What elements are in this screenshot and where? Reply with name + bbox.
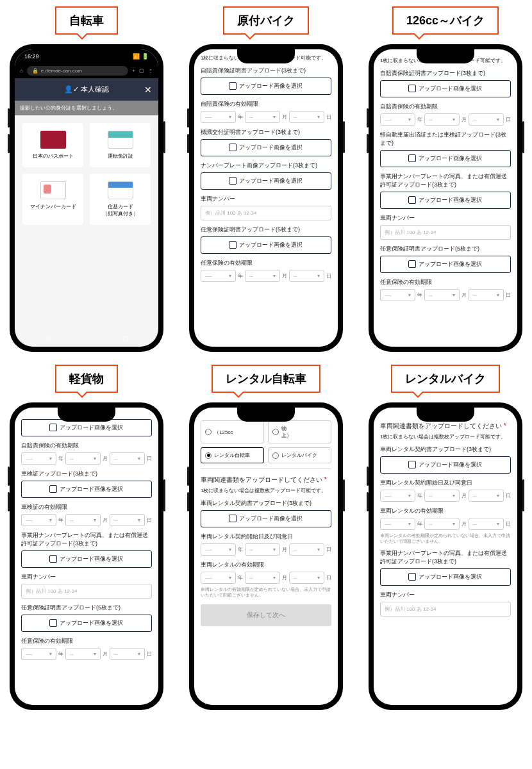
upload-icon [230,242,237,249]
upload-icon [410,197,416,204]
upload-button[interactable]: アップロード画像を選択 [21,615,152,632]
field-label: 任意保険の有効期限 [380,278,511,286]
field-label: 車両ナンバー [21,573,152,581]
field-label: ナンバープレート画像アップロード(3枚まで) [201,161,331,170]
helper-text: 車両レンタルの有効期限が定められていない場合、未入力で申請いただいて問題ございま… [380,533,511,544]
info-bar: 撮影したい公的身分証を選択しましょう。 [15,101,158,115]
field-label: 車両レンタルの有効期限 [380,507,511,515]
upload-button[interactable]: アップロード画像を選択 [380,192,511,209]
field-label: 車両ナンバー [201,195,331,203]
field-label: 車両ナンバー [380,214,511,222]
id-option-mynumber[interactable]: マイナンバーカード [22,174,83,225]
upload-icon [410,574,416,581]
field-label: 事業用ナンバープレートの写真、または有償運送許可証アップロード(3枚まで) [21,531,152,548]
date-picker[interactable]: ----▾年--▾月--▾日 [201,111,331,123]
field-label: 車両レンタル契約書アップロード(3枚まで) [380,445,511,454]
date-picker[interactable]: ----▾年--▾月--▾日 [380,490,511,502]
phone-frame: 1枚に収まらない場合は複数枚アップロード可能です。 自賠責保険証明書アップロード… [369,44,522,352]
section-title: 車両関連書類をアップロードしてください * [201,475,331,484]
upload-button[interactable]: アップロード画像を選択 [380,256,511,273]
upload-button[interactable]: アップロード画像を選択 [201,236,331,254]
close-icon[interactable]: ✕ [144,85,152,95]
field-label: 事業用ナンバープレートの写真、または有償運送許可証アップロード(3枚まで) [380,549,511,566]
date-picker[interactable]: ----▾年--▾月--▾日 [201,543,331,556]
save-next-button[interactable]: 保存して次へ [201,604,331,626]
upload-button[interactable]: アップロード画像を選択 [21,481,152,498]
vehicle-number-input[interactable]: 例）品川 100 あ 12-34 [380,602,511,616]
phone-frame: （125cc 物 上） レンタル自転車 レンタルバイク 車両関連書類をアップロー… [189,402,343,710]
field-label: 事業用ナンバープレートの写真、または有償運送許可証アップロード(3枚まで) [380,172,511,189]
upload-note: 1枚に収まらない場合は複数枚アップロード可能です。 [201,487,331,494]
upload-icon [410,261,416,268]
date-picker[interactable]: ----▾年--▾月--▾日 [380,113,511,126]
date-picker[interactable]: ----▾年--▾月--▾日 [380,289,511,301]
upload-button[interactable]: アップロード画像を選択 [380,568,511,586]
id-option-passport[interactable]: 日本のパスポート [22,123,83,167]
field-label: 車検証アップロード(3枚まで) [21,470,152,478]
date-picker[interactable]: ----▾年--▾月--▾日 [21,452,152,465]
upload-button[interactable]: アップロード画像を選択 [201,172,331,190]
phone-frame: アップロード画像を選択 自賠責保険の有効期限 ----▾年--▾月--▾日 車検… [10,402,163,710]
field-label: 車両レンタルの有効期限 [201,561,331,569]
upload-note: 1枚に収まらない場合は複数枚アップロード可能です。 [380,433,511,440]
upload-button[interactable]: アップロード画像を選択 [201,510,331,527]
date-picker[interactable]: ----▾年--▾月--▾日 [201,270,331,282]
upload-icon [410,86,416,92]
radio-rental-bicycle[interactable]: レンタル自転車 [201,447,264,463]
section-title: 車両関連書類をアップロードしてください * [380,422,511,431]
category-label: レンタルバイク [391,365,500,393]
id-option-license[interactable]: 運転免許証 [90,123,151,167]
upload-icon [230,83,237,90]
field-label: 車両レンタル契約書アップロード(3枚まで) [201,499,331,508]
upload-icon [230,145,237,151]
upload-icon [51,486,57,493]
browser-bar: ⌂ 🔒e.demae-can.com + ▢ ⋮ [15,63,158,78]
upload-button[interactable]: アップロード画像を選択 [380,456,511,474]
field-label: 標識交付証明書アップロード(3枚まで) [201,128,331,136]
upload-button[interactable]: アップロード画像を選択 [201,78,331,95]
date-picker[interactable]: ----▾年--▾月--▾日 [21,648,152,660]
field-label: 車検証の有効期限 [21,503,152,511]
upload-icon [51,425,57,431]
upload-icon [230,516,237,522]
field-label: 任意保険証明書アップロード(5枚まで) [201,226,331,234]
date-picker[interactable]: ----▾年--▾月--▾日 [201,572,331,584]
radio-other[interactable]: 物 上） [268,420,331,443]
helper-text: 車両レンタルの有効期限が定められていない場合、未入力で申請いただいて問題ございま… [201,586,331,598]
category-label: レンタル自転車 [212,365,320,393]
vehicle-number-input[interactable]: 例）品川 100 あ 12-34 [201,206,331,220]
category-label: 126cc～バイク [392,6,499,35]
field-label: 任意保険の有効期限 [21,637,152,645]
upload-button[interactable]: アップロード画像を選択 [21,550,152,568]
page-header: 👤✓ 本人確認 ✕ [15,78,158,101]
field-label: 車両ナンバー [380,591,511,599]
field-label: 任意保険証明書アップロード(5枚まで) [21,604,152,612]
field-label: 自賠責保険証明書アップロード(3枚まで) [380,69,511,78]
date-picker[interactable]: ----▾年--▾月--▾日 [21,514,152,526]
date-picker[interactable]: ----▾年--▾月--▾日 [380,518,511,530]
category-label: 軽貨物 [55,365,118,393]
vehicle-number-input[interactable]: 例）品川 100 あ 12-34 [21,584,152,599]
upload-icon [410,156,416,162]
vehicle-number-input[interactable]: 例）品川 100 あ 12-34 [380,225,511,240]
url-bar[interactable]: 🔒e.demae-can.com [27,66,128,76]
radio-rental-motorbike[interactable]: レンタルバイク [268,447,331,463]
upload-button[interactable]: アップロード画像を選択 [380,80,511,97]
tabs-icon[interactable]: ▢ [139,68,144,74]
upload-button[interactable]: アップロード画像を選択 [380,150,511,167]
home-icon[interactable]: ⌂ [20,68,23,74]
menu-icon[interactable]: ⋮ [148,68,153,74]
upload-button[interactable]: アップロード画像を選択 [201,139,331,156]
add-tab-icon[interactable]: + [132,68,135,74]
phone-frame: 1枚に収まらない場合は複数枚アップロード可能です。 自賠責保険証明書アップロード… [189,44,343,352]
id-option-juki[interactable]: 住基カード （顔写真付き） [90,174,151,225]
upload-button[interactable]: アップロード画像を選択 [21,419,152,436]
field-label: 軽自動車届出済証または車検証アップロード(3枚まで) [380,131,511,147]
field-label: 自賠責保険の有効期限 [380,103,511,111]
field-label: 車両レンタル契約開始日及び同意日 [201,533,331,541]
field-label: 車両レンタル契約開始日及び同意日 [380,479,511,487]
category-label: 原付バイク [223,6,309,35]
upload-icon [51,620,57,627]
field-label: 任意保険の有効期限 [201,259,331,267]
radio-125cc[interactable]: （125cc [201,420,264,443]
